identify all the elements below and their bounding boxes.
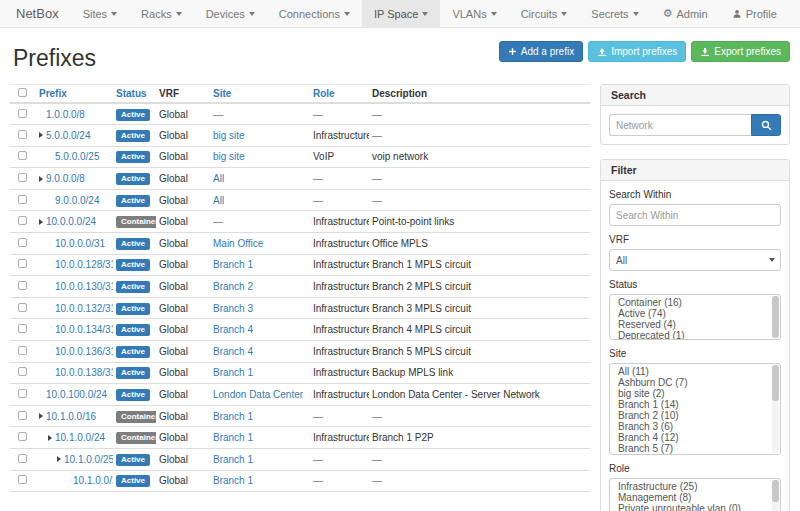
row-checkbox[interactable] xyxy=(18,173,27,182)
row-checkbox[interactable] xyxy=(18,389,27,398)
search-within-input[interactable] xyxy=(609,204,781,226)
column-header-site[interactable]: Site xyxy=(210,85,310,104)
site-link[interactable]: Branch 1 xyxy=(213,475,253,486)
prefix-link[interactable]: 10.0.0.0/24 xyxy=(46,216,96,227)
listbox-option[interactable]: Branch 5 (7) xyxy=(610,443,780,454)
app-brand[interactable]: NetBox xyxy=(0,0,71,27)
column-header-role[interactable]: Role xyxy=(310,85,369,104)
listbox-option[interactable]: Active (74) xyxy=(610,308,780,319)
scrollbar[interactable] xyxy=(772,296,779,338)
prefix-link[interactable]: 10.0.0.136/31 xyxy=(55,346,113,357)
prefix-link[interactable]: 9.0.0.0/8 xyxy=(46,173,85,184)
prefix-link[interactable]: 10.1.0.0/26 xyxy=(73,475,113,486)
site-link[interactable]: All xyxy=(213,173,224,184)
nav-admin[interactable]: ⚙Admin xyxy=(651,0,720,27)
empty-value: — xyxy=(372,411,382,422)
site-link[interactable]: Branch 1 xyxy=(213,367,253,378)
prefix-link[interactable]: 10.0.0.128/31 xyxy=(55,259,113,270)
listbox-option[interactable]: Deprecated (1) xyxy=(610,330,780,340)
row-checkbox[interactable] xyxy=(18,130,27,139)
row-checkbox[interactable] xyxy=(18,475,27,484)
listbox-option[interactable]: Branch 1 (14) xyxy=(610,399,780,410)
table-row: 10.0.0.0/31ActiveGlobalMain OfficeInfras… xyxy=(10,233,590,255)
row-checkbox[interactable] xyxy=(18,324,27,333)
site-link[interactable]: London Data Center xyxy=(213,389,303,400)
prefix-link[interactable]: 10.0.0.0/31 xyxy=(55,238,105,249)
listbox-option[interactable]: Container (16) xyxy=(610,297,780,308)
row-checkbox[interactable] xyxy=(18,216,27,225)
site-link[interactable]: Branch 4 xyxy=(213,346,253,357)
prefix-link[interactable]: 10.0.0.138/31 xyxy=(55,367,113,378)
prefix-link[interactable]: 10.1.0.0/16 xyxy=(46,411,96,422)
prefix-link[interactable]: 10.0.0.134/31 xyxy=(55,324,113,335)
listbox-option[interactable]: Management (8) xyxy=(610,492,780,503)
site-link[interactable]: Branch 1 xyxy=(213,411,253,422)
row-checkbox[interactable] xyxy=(18,109,27,118)
site-link[interactable]: Branch 4 xyxy=(213,324,253,335)
search-input[interactable] xyxy=(609,114,751,136)
listbox-option[interactable]: Ashburn DC (7) xyxy=(610,377,780,388)
search-button[interactable] xyxy=(751,114,781,136)
row-checkbox[interactable] xyxy=(18,454,27,463)
row-checkbox[interactable] xyxy=(18,259,27,268)
prefix-link[interactable]: 5.0.0.0/24 xyxy=(46,130,90,141)
nav-item-ip-space[interactable]: IP Space xyxy=(362,0,440,27)
site-link[interactable]: Branch 1 xyxy=(213,454,253,465)
prefix-link[interactable]: 10.1.0.0/25 xyxy=(64,454,113,465)
row-checkbox[interactable] xyxy=(18,238,27,247)
site-link[interactable]: Branch 3 xyxy=(213,303,253,314)
nav-item-sites[interactable]: Sites xyxy=(71,0,129,27)
prefix-link[interactable]: 5.0.0.0/25 xyxy=(55,151,99,162)
select-all-checkbox[interactable] xyxy=(18,88,27,97)
listbox-option[interactable]: Branch 2 (10) xyxy=(610,410,780,421)
prefix-link[interactable]: 10.0.0.130/31 xyxy=(55,281,113,292)
site-link[interactable]: Branch 2 xyxy=(213,281,253,292)
vrf-value: Global xyxy=(159,411,188,422)
role-cell: Infrastructure xyxy=(310,319,369,341)
row-checkbox[interactable] xyxy=(18,303,27,312)
column-header-prefix[interactable]: Prefix xyxy=(36,85,113,104)
nav-log-out[interactable]: Log out xyxy=(789,0,800,27)
listbox-option[interactable]: big site (2) xyxy=(610,388,780,399)
row-checkbox[interactable] xyxy=(18,281,27,290)
listbox-option[interactable]: COLO-1-3A (3) xyxy=(610,454,780,455)
site-link[interactable]: Main Office xyxy=(213,238,263,249)
scrollbar[interactable] xyxy=(772,480,779,511)
listbox-option[interactable]: All (11) xyxy=(610,366,780,377)
prefix-link[interactable]: 10.0.100.0/24 xyxy=(46,389,107,400)
row-checkbox[interactable] xyxy=(18,411,27,420)
nav-item-racks[interactable]: Racks xyxy=(129,0,194,27)
row-checkbox[interactable] xyxy=(18,367,27,376)
vrf-select[interactable]: All xyxy=(609,249,781,271)
row-checkbox[interactable] xyxy=(18,195,27,204)
listbox-option[interactable]: Infrastructure (25) xyxy=(610,481,780,492)
prefix-link[interactable]: 10.1.0.0/24 xyxy=(55,432,105,443)
export-prefixes-button[interactable]: Export prefixes xyxy=(691,41,790,62)
import-prefixes-button[interactable]: Import prefixes xyxy=(588,41,686,62)
nav-item-devices[interactable]: Devices xyxy=(194,0,267,27)
site-link[interactable]: Branch 1 xyxy=(213,432,253,443)
nav-item-vlans[interactable]: VLANs xyxy=(440,0,508,27)
nav-item-secrets[interactable]: Secrets xyxy=(579,0,650,27)
nav-item-circuits[interactable]: Circuits xyxy=(509,0,580,27)
site-link[interactable]: big site xyxy=(213,151,245,162)
listbox-option[interactable]: Branch 3 (6) xyxy=(610,421,780,432)
prefix-link[interactable]: 10.0.0.132/31 xyxy=(55,303,113,314)
nav-item-connections[interactable]: Connections xyxy=(267,0,362,27)
scrollbar[interactable] xyxy=(772,365,779,453)
prefix-link[interactable]: 9.0.0.0/24 xyxy=(55,195,99,206)
nav-profile[interactable]: Profile xyxy=(720,0,789,27)
site-link[interactable]: Branch 1 xyxy=(213,259,253,270)
row-checkbox[interactable] xyxy=(18,346,27,355)
prefix-link[interactable]: 1.0.0.0/8 xyxy=(46,109,85,120)
listbox-option[interactable]: Private unrouteable vlan (0) xyxy=(610,503,780,511)
row-checkbox[interactable] xyxy=(18,432,27,441)
indent-spacer xyxy=(39,156,48,157)
listbox-option[interactable]: Branch 4 (12) xyxy=(610,432,780,443)
column-header-status[interactable]: Status xyxy=(113,85,156,104)
row-checkbox[interactable] xyxy=(18,151,27,160)
site-link[interactable]: All xyxy=(213,195,224,206)
listbox-option[interactable]: Reserved (4) xyxy=(610,319,780,330)
add-a-prefix-button[interactable]: Add a prefix xyxy=(499,41,583,62)
site-link[interactable]: big site xyxy=(213,130,245,141)
